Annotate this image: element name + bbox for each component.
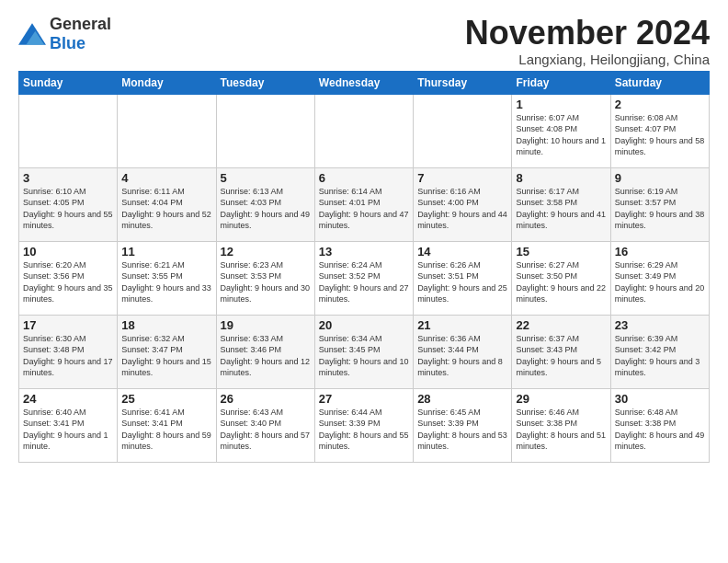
day-info: Sunrise: 6:46 AM Sunset: 3:38 PM Dayligh… bbox=[516, 407, 606, 453]
day-cell bbox=[414, 94, 512, 167]
day-cell: 1Sunrise: 6:07 AM Sunset: 4:08 PM Daylig… bbox=[512, 94, 610, 167]
day-number: 24 bbox=[23, 392, 113, 406]
page: General Blue November 2024 Langxiang, He… bbox=[0, 0, 728, 472]
day-cell: 24Sunrise: 6:40 AM Sunset: 3:41 PM Dayli… bbox=[19, 388, 118, 462]
day-number: 2 bbox=[615, 98, 705, 111]
day-info: Sunrise: 6:33 AM Sunset: 3:46 PM Dayligh… bbox=[221, 333, 311, 379]
week-row-2: 10Sunrise: 6:20 AM Sunset: 3:56 PM Dayli… bbox=[19, 241, 710, 315]
calendar-table: Sunday Monday Tuesday Wednesday Thursday… bbox=[18, 71, 710, 463]
day-info: Sunrise: 6:13 AM Sunset: 4:03 PM Dayligh… bbox=[221, 186, 311, 232]
day-cell bbox=[118, 94, 216, 167]
day-number: 16 bbox=[615, 245, 705, 259]
day-number: 30 bbox=[615, 392, 705, 406]
header-wednesday: Wednesday bbox=[314, 71, 413, 94]
day-number: 3 bbox=[23, 171, 113, 185]
day-info: Sunrise: 6:23 AM Sunset: 3:53 PM Dayligh… bbox=[221, 259, 311, 305]
logo-general: General bbox=[50, 15, 111, 33]
day-info: Sunrise: 6:26 AM Sunset: 3:51 PM Dayligh… bbox=[417, 259, 507, 305]
day-cell: 30Sunrise: 6:48 AM Sunset: 3:38 PM Dayli… bbox=[610, 388, 709, 462]
day-info: Sunrise: 6:44 AM Sunset: 3:39 PM Dayligh… bbox=[319, 407, 409, 453]
day-cell: 18Sunrise: 6:32 AM Sunset: 3:47 PM Dayli… bbox=[118, 315, 216, 388]
header-sunday: Sunday bbox=[19, 71, 118, 94]
logo-icon bbox=[18, 23, 46, 45]
day-cell bbox=[216, 94, 314, 167]
day-number: 26 bbox=[221, 392, 311, 406]
day-cell: 29Sunrise: 6:46 AM Sunset: 3:38 PM Dayli… bbox=[512, 388, 610, 462]
day-info: Sunrise: 6:41 AM Sunset: 3:41 PM Dayligh… bbox=[121, 407, 211, 453]
day-cell: 12Sunrise: 6:23 AM Sunset: 3:53 PM Dayli… bbox=[216, 241, 314, 315]
week-row-3: 17Sunrise: 6:30 AM Sunset: 3:48 PM Dayli… bbox=[19, 315, 710, 388]
day-number: 10 bbox=[23, 245, 113, 259]
day-info: Sunrise: 6:30 AM Sunset: 3:48 PM Dayligh… bbox=[23, 333, 113, 379]
day-number: 23 bbox=[615, 318, 705, 332]
logo-text: General Blue bbox=[50, 15, 111, 53]
day-number: 17 bbox=[23, 318, 113, 332]
day-info: Sunrise: 6:08 AM Sunset: 4:07 PM Dayligh… bbox=[615, 112, 705, 158]
day-cell bbox=[19, 94, 118, 167]
day-info: Sunrise: 6:39 AM Sunset: 3:42 PM Dayligh… bbox=[615, 333, 705, 379]
day-info: Sunrise: 6:34 AM Sunset: 3:45 PM Dayligh… bbox=[319, 333, 409, 379]
day-number: 21 bbox=[417, 318, 507, 332]
day-info: Sunrise: 6:40 AM Sunset: 3:41 PM Dayligh… bbox=[23, 407, 113, 453]
subtitle: Langxiang, Heilongjiang, China bbox=[465, 52, 710, 67]
day-cell: 3Sunrise: 6:10 AM Sunset: 4:05 PM Daylig… bbox=[19, 167, 118, 241]
day-info: Sunrise: 6:48 AM Sunset: 3:38 PM Dayligh… bbox=[615, 407, 705, 453]
day-number: 5 bbox=[221, 171, 311, 185]
day-number: 18 bbox=[121, 318, 211, 332]
day-info: Sunrise: 6:19 AM Sunset: 3:57 PM Dayligh… bbox=[615, 186, 705, 232]
header: General Blue November 2024 Langxiang, He… bbox=[18, 15, 710, 67]
day-cell: 21Sunrise: 6:36 AM Sunset: 3:44 PM Dayli… bbox=[414, 315, 512, 388]
day-number: 29 bbox=[516, 392, 606, 406]
day-number: 1 bbox=[516, 98, 606, 111]
day-cell: 23Sunrise: 6:39 AM Sunset: 3:42 PM Dayli… bbox=[610, 315, 709, 388]
day-info: Sunrise: 6:11 AM Sunset: 4:04 PM Dayligh… bbox=[121, 186, 211, 232]
week-row-1: 3Sunrise: 6:10 AM Sunset: 4:05 PM Daylig… bbox=[19, 167, 710, 241]
day-number: 25 bbox=[121, 392, 211, 406]
day-number: 14 bbox=[417, 245, 507, 259]
day-number: 27 bbox=[319, 392, 409, 406]
day-info: Sunrise: 6:20 AM Sunset: 3:56 PM Dayligh… bbox=[23, 259, 113, 305]
day-number: 28 bbox=[417, 392, 507, 406]
day-info: Sunrise: 6:21 AM Sunset: 3:55 PM Dayligh… bbox=[121, 259, 211, 305]
day-cell: 8Sunrise: 6:17 AM Sunset: 3:58 PM Daylig… bbox=[512, 167, 610, 241]
day-number: 22 bbox=[516, 318, 606, 332]
day-cell: 5Sunrise: 6:13 AM Sunset: 4:03 PM Daylig… bbox=[216, 167, 314, 241]
day-number: 11 bbox=[121, 245, 211, 259]
day-cell: 2Sunrise: 6:08 AM Sunset: 4:07 PM Daylig… bbox=[610, 94, 709, 167]
day-cell: 19Sunrise: 6:33 AM Sunset: 3:46 PM Dayli… bbox=[216, 315, 314, 388]
day-number: 19 bbox=[221, 318, 311, 332]
day-cell: 26Sunrise: 6:43 AM Sunset: 3:40 PM Dayli… bbox=[216, 388, 314, 462]
day-info: Sunrise: 6:32 AM Sunset: 3:47 PM Dayligh… bbox=[121, 333, 211, 379]
day-info: Sunrise: 6:37 AM Sunset: 3:43 PM Dayligh… bbox=[516, 333, 606, 379]
day-info: Sunrise: 6:16 AM Sunset: 4:00 PM Dayligh… bbox=[417, 186, 507, 232]
day-cell: 13Sunrise: 6:24 AM Sunset: 3:52 PM Dayli… bbox=[314, 241, 413, 315]
header-friday: Friday bbox=[512, 71, 610, 94]
day-cell: 28Sunrise: 6:45 AM Sunset: 3:39 PM Dayli… bbox=[414, 388, 512, 462]
day-number: 13 bbox=[319, 245, 409, 259]
header-saturday: Saturday bbox=[610, 71, 709, 94]
day-info: Sunrise: 6:45 AM Sunset: 3:39 PM Dayligh… bbox=[417, 407, 507, 453]
day-number: 15 bbox=[516, 245, 606, 259]
day-info: Sunrise: 6:27 AM Sunset: 3:50 PM Dayligh… bbox=[516, 259, 606, 305]
day-cell: 9Sunrise: 6:19 AM Sunset: 3:57 PM Daylig… bbox=[610, 167, 709, 241]
header-thursday: Thursday bbox=[414, 71, 512, 94]
day-cell: 14Sunrise: 6:26 AM Sunset: 3:51 PM Dayli… bbox=[414, 241, 512, 315]
day-number: 7 bbox=[417, 171, 507, 185]
day-number: 6 bbox=[319, 171, 409, 185]
day-number: 20 bbox=[319, 318, 409, 332]
day-cell: 15Sunrise: 6:27 AM Sunset: 3:50 PM Dayli… bbox=[512, 241, 610, 315]
day-info: Sunrise: 6:10 AM Sunset: 4:05 PM Dayligh… bbox=[23, 186, 113, 232]
day-cell: 4Sunrise: 6:11 AM Sunset: 4:04 PM Daylig… bbox=[118, 167, 216, 241]
day-info: Sunrise: 6:17 AM Sunset: 3:58 PM Dayligh… bbox=[516, 186, 606, 232]
day-cell: 27Sunrise: 6:44 AM Sunset: 3:39 PM Dayli… bbox=[314, 388, 413, 462]
month-title: November 2024 bbox=[465, 15, 710, 52]
day-info: Sunrise: 6:43 AM Sunset: 3:40 PM Dayligh… bbox=[221, 407, 311, 453]
day-info: Sunrise: 6:29 AM Sunset: 3:49 PM Dayligh… bbox=[615, 259, 705, 305]
day-cell: 22Sunrise: 6:37 AM Sunset: 3:43 PM Dayli… bbox=[512, 315, 610, 388]
day-cell bbox=[314, 94, 413, 167]
week-row-0: 1Sunrise: 6:07 AM Sunset: 4:08 PM Daylig… bbox=[19, 94, 710, 167]
day-number: 12 bbox=[221, 245, 311, 259]
day-cell: 16Sunrise: 6:29 AM Sunset: 3:49 PM Dayli… bbox=[610, 241, 709, 315]
day-cell: 7Sunrise: 6:16 AM Sunset: 4:00 PM Daylig… bbox=[414, 167, 512, 241]
day-cell: 11Sunrise: 6:21 AM Sunset: 3:55 PM Dayli… bbox=[118, 241, 216, 315]
